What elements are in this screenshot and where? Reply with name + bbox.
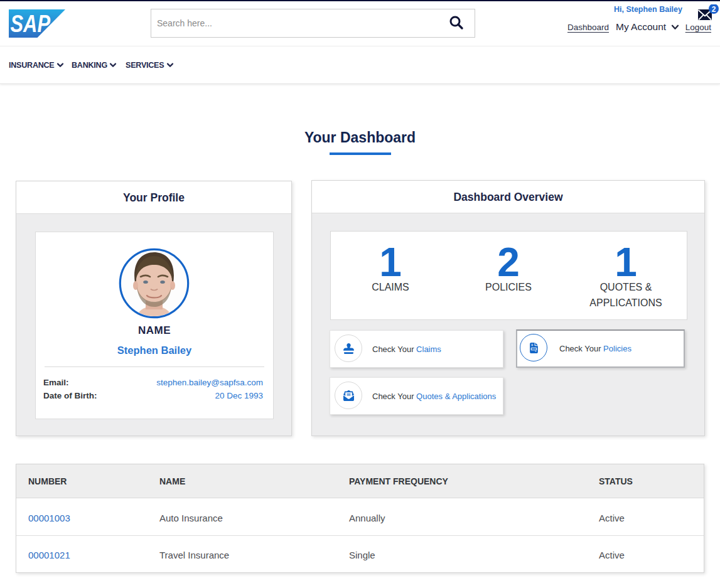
svg-text:2: 2 — [712, 5, 716, 14]
svg-text:SAP: SAP — [11, 11, 51, 37]
